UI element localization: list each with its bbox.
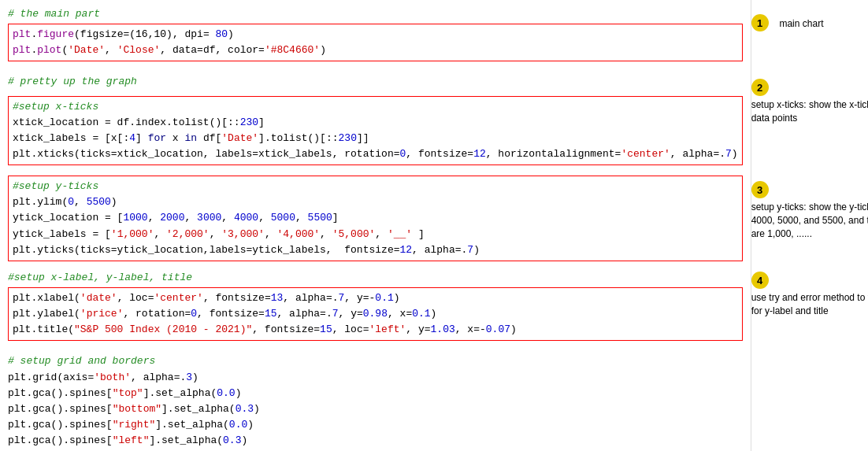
code-line-3-1: plt.ylim(0, 5500) [13, 194, 738, 210]
code-block-3: #setup y-ticks plt.ylim(0, 5500) ytick_l… [8, 176, 743, 261]
code-block-1: plt.figure(figsize=(16,10), dpi= 80) plt… [8, 24, 743, 61]
code-line-2-2: xtick_labels = [x[:4] for x in df['Date'… [13, 131, 738, 146]
code-line-3-3: ytick_labels = ['1,000', '2,000', '3,000… [13, 227, 738, 242]
grid-line-5: plt.gca().spines["left"].set_alpha(0.3) [8, 433, 743, 449]
code-line-2-1: xtick_location = df.index.tolist()[::230… [13, 115, 738, 131]
annotation-2-text: setup x-ticks: show the x-tick and label… [751, 98, 868, 125]
grid-section: # setup grid and borders plt.grid(axis='… [8, 353, 743, 449]
badge-3: 3 [751, 181, 769, 198]
comment-grid: # setup grid and borders [8, 353, 743, 369]
section-comment-4: #setup x-label, y-label, title [8, 270, 743, 286]
annotation-1-label: main chart [779, 18, 823, 29]
annotation-4: 4 use try and error method to find the p… [751, 272, 868, 318]
annotations-area: 1 main chart 2 setup x-ticks: show the x… [751, 0, 868, 451]
code-block-4: plt.xlabel('date', loc='center', fontsiz… [8, 287, 743, 341]
code-line-4-2: plt.ylabel('price', rotation=0, fontsize… [13, 306, 738, 322]
section-comment-3: #setup y-ticks [13, 179, 738, 194]
section-comment-1: # the main part [8, 6, 743, 22]
grid-line-2: plt.gca().spines["top"].set_alpha(0.0) [8, 386, 743, 401]
code-line-4-1: plt.xlabel('date', loc='center', fontsiz… [13, 290, 738, 306]
fn-text: plt [13, 28, 31, 40]
fn-figure: figure [37, 28, 74, 40]
badge-2: 2 [751, 79, 769, 96]
annotation-3: 3 setup y-ticks: show the y-tick at 1000… [751, 181, 868, 240]
badge-1: 1 [751, 14, 769, 31]
code-line-1-1: plt.figure(figsize=(16,10), dpi= 80) [13, 27, 738, 43]
code-line-2-3: plt.xticks(ticks=xtick_location, labels=… [13, 146, 738, 162]
code-line-1-2: plt.plot('Date', 'Close', data=df, color… [13, 43, 738, 58]
grid-line-1: plt.grid(axis='both', alpha=.3) [8, 370, 743, 386]
code-line-4-3: plt.title("S&P 500 Index (2010 - 2021)",… [13, 322, 738, 338]
annotation-4-text: use try and error method to find the per… [751, 291, 868, 318]
code-area: # the main part plt.figure(figsize=(16,1… [0, 0, 751, 451]
annotation-2: 2 setup x-ticks: show the x-tick and lab… [751, 79, 868, 125]
badge-4: 4 [751, 272, 769, 289]
grid-line-4: plt.gca().spines["right"].set_alpha(0.0) [8, 417, 743, 433]
code-line-3-4: plt.yticks(ticks=ytick_location,labels=y… [13, 242, 738, 258]
code-block-2: #setup x-ticks xtick_location = df.index… [8, 96, 743, 166]
grid-line-3: plt.gca().spines["bottom"].set_alpha(0.3… [8, 401, 743, 417]
comment-pretty: # pretty up the graph [8, 74, 743, 90]
annotation-3-text: setup y-ticks: show the y-tick at 1000, … [751, 201, 868, 240]
section-comment-2: #setup x-ticks [13, 99, 738, 115]
code-line-3-2: ytick_location = [1000, 2000, 3000, 4000… [13, 210, 738, 226]
annotation-1: 1 main chart [751, 14, 824, 31]
